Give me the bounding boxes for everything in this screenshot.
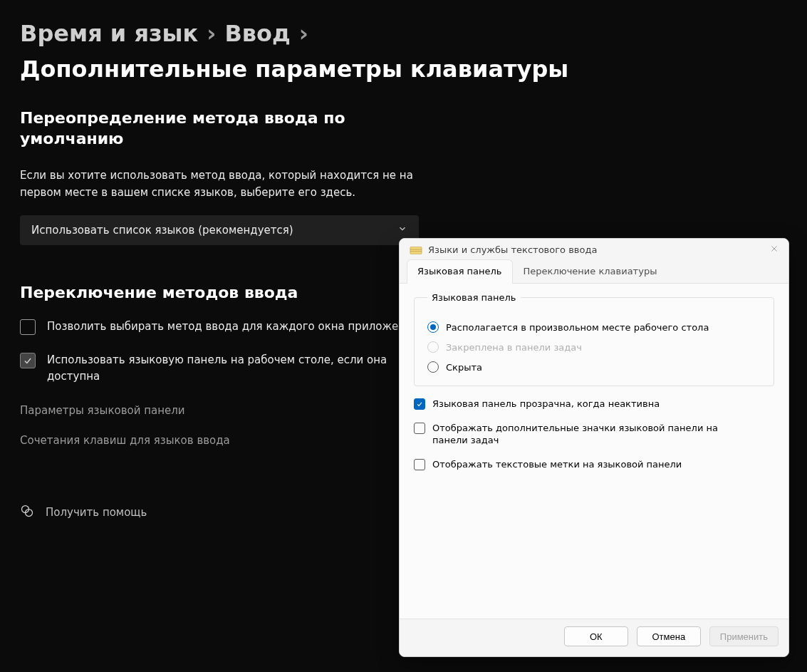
close-button[interactable]	[770, 244, 779, 255]
dialog-body: Языковая панель Располагается в произвол…	[400, 284, 788, 619]
radio-hidden[interactable]: Скрыта	[427, 361, 761, 373]
checkbox-label: Отображать дополнительные значки языково…	[432, 422, 746, 447]
breadcrumb-time-language[interactable]: Время и язык	[20, 20, 198, 47]
cancel-button[interactable]: Отмена	[637, 626, 701, 646]
radio-docked: Закреплена в панели задач	[427, 341, 761, 353]
radio-label: Скрыта	[446, 362, 482, 373]
radio-icon	[427, 321, 439, 333]
checkbox-icon	[20, 353, 36, 368]
text-labels-checkbox[interactable]: Отображать текстовые метки на языковой п…	[414, 458, 774, 471]
per-app-input-checkbox-row[interactable]: Позволить выбирать метод ввода для каждо…	[20, 319, 419, 335]
radio-label: Располагается в произвольном месте рабоч…	[446, 322, 709, 333]
radio-label: Закреплена в панели задач	[446, 342, 582, 353]
checkbox-label: Отображать текстовые метки на языковой п…	[432, 458, 682, 471]
section-description: Если вы хотите использовать метод ввода,…	[20, 167, 419, 201]
radio-floating[interactable]: Располагается в произвольном месте рабоч…	[427, 321, 761, 333]
language-bar-group: Языковая панель Располагается в произвол…	[414, 292, 774, 386]
use-language-bar-checkbox-row[interactable]: Использовать языковую панель на рабочем …	[20, 352, 419, 384]
checkbox-label: Языковая панель прозрачна, когда неактив…	[432, 398, 660, 410]
dialog-tabs: Языковая панель Переключение клавиатуры	[400, 259, 788, 284]
checkbox-icon	[414, 459, 425, 470]
chevron-down-icon	[397, 224, 407, 237]
breadcrumb-input[interactable]: Ввод	[224, 20, 290, 47]
text-services-dialog: Языки и службы текстового ввода Языковая…	[399, 238, 789, 657]
ok-button[interactable]: ОК	[564, 626, 628, 646]
help-icon	[20, 504, 34, 521]
checkbox-icon	[414, 398, 425, 410]
dialog-titlebar: Языки и службы текстового ввода	[400, 239, 788, 259]
tab-language-bar[interactable]: Языковая панель	[407, 259, 513, 284]
settings-page: Время и язык › Ввод › Дополнительные пар…	[0, 0, 807, 672]
svg-rect-2	[410, 247, 422, 254]
checkbox-label: Позволить выбирать метод ввода для каждо…	[47, 319, 419, 335]
default-input-method-dropdown[interactable]: Использовать список языков (рекомендуетс…	[20, 215, 419, 245]
radio-icon	[427, 361, 439, 373]
radio-icon	[427, 341, 439, 353]
breadcrumb: Время и язык › Ввод › Дополнительные пар…	[20, 20, 787, 83]
section-heading-default-input: Переопределение метода ввода по умолчани…	[20, 108, 376, 150]
checkbox-icon	[414, 423, 425, 434]
group-legend: Языковая панель	[427, 292, 521, 303]
get-help-label: Получить помощь	[46, 506, 147, 519]
chevron-right-icon: ›	[207, 20, 216, 47]
dropdown-value: Использовать список языков (рекомендуетс…	[31, 224, 293, 237]
apply-button[interactable]: Применить	[709, 626, 779, 646]
transparent-when-inactive-checkbox[interactable]: Языковая панель прозрачна, когда неактив…	[414, 398, 774, 410]
page-title: Дополнительные параметры клавиатуры	[20, 56, 568, 83]
checkbox-label: Использовать языковую панель на рабочем …	[47, 352, 419, 384]
keyboard-icon	[410, 245, 422, 255]
chevron-right-icon: ›	[299, 20, 308, 47]
dialog-title: Языки и службы текстового ввода	[428, 244, 597, 255]
dialog-footer: ОК Отмена Применить	[400, 619, 788, 656]
tab-keyboard-switching[interactable]: Переключение клавиатуры	[513, 259, 668, 284]
extra-icons-checkbox[interactable]: Отображать дополнительные значки языково…	[414, 422, 774, 447]
checkbox-icon	[20, 319, 36, 335]
